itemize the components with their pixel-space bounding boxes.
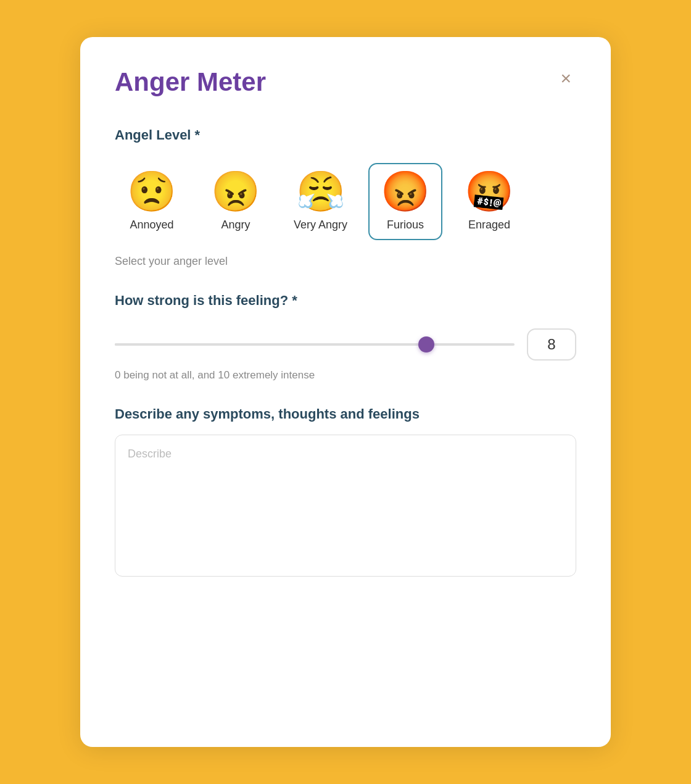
anger-option-very-angry[interactable]: 😤 Very Angry — [283, 163, 358, 240]
select-hint: Select your anger level — [115, 255, 576, 268]
anger-meter-modal: Anger Meter × Angel Level * 😟 Annoyed 😠 … — [80, 37, 611, 747]
describe-label: Describe any symptoms, thoughts and feel… — [115, 406, 576, 422]
furious-label: Furious — [387, 219, 424, 231]
modal-header: Anger Meter × — [115, 67, 576, 98]
enraged-emoji: 🤬 — [465, 172, 514, 211]
anger-level-label: Angel Level * — [115, 127, 576, 143]
anger-option-enraged[interactable]: 🤬 Enraged — [452, 163, 526, 240]
angry-label: Angry — [221, 219, 250, 231]
anger-option-furious[interactable]: 😡 Furious — [368, 163, 442, 240]
very-angry-label: Very Angry — [294, 219, 347, 231]
anger-option-annoyed[interactable]: 😟 Annoyed — [115, 163, 189, 240]
anger-option-angry[interactable]: 😠 Angry — [199, 163, 273, 240]
angry-emoji: 😠 — [211, 172, 260, 211]
anger-options-group: 😟 Annoyed 😠 Angry 😤 Very Angry 😡 Furious… — [115, 163, 576, 240]
close-button[interactable]: × — [555, 67, 576, 90]
feeling-label: How strong is this feeling? * — [115, 293, 576, 309]
slider-value-box: 8 — [527, 328, 576, 361]
describe-section: Describe any symptoms, thoughts and feel… — [115, 406, 576, 579]
annoyed-emoji: 😟 — [127, 172, 176, 211]
slider-track — [115, 343, 515, 346]
enraged-label: Enraged — [468, 219, 510, 231]
very-angry-emoji: 😤 — [296, 172, 346, 211]
slider-hint: 0 being not at all, and 10 extremely int… — [115, 369, 576, 382]
furious-emoji: 😡 — [381, 172, 430, 211]
slider-fill — [115, 343, 426, 346]
modal-title: Anger Meter — [115, 67, 266, 98]
feeling-section: How strong is this feeling? * 8 0 being … — [115, 293, 576, 382]
slider-row: 8 — [115, 328, 576, 361]
slider-container[interactable] — [115, 336, 515, 353]
slider-thumb[interactable] — [418, 336, 434, 352]
describe-textarea[interactable] — [115, 435, 576, 577]
annoyed-label: Annoyed — [130, 219, 173, 231]
